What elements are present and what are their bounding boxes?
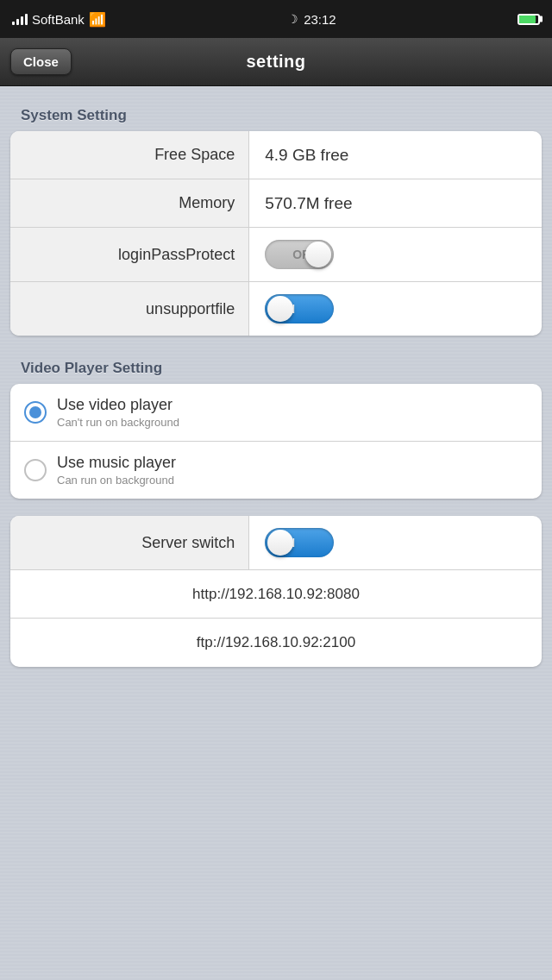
status-right: [518, 14, 540, 25]
use-video-player-sublabel: Can't run on background: [57, 416, 179, 429]
memory-value: 570.7M free: [249, 182, 542, 225]
status-left: SoftBank 📶: [12, 11, 106, 28]
memory-label: Memory: [10, 179, 249, 227]
use-video-player-label: Use video player: [57, 396, 179, 414]
server-switch-toggle-thumb: [267, 530, 293, 556]
server-settings-group: Server switch ON http://192.168.10.92:80…: [10, 516, 542, 667]
status-center: ☽ 23:12: [287, 12, 336, 27]
unsupportfile-toggle-container: ON: [249, 282, 542, 336]
login-pass-protect-label: loginPassProtect: [10, 228, 249, 281]
carrier-name: SoftBank: [32, 12, 85, 27]
use-music-player-row[interactable]: Use music player Can run on background: [10, 442, 542, 499]
nav-title: setting: [246, 52, 305, 72]
battery-fill: [519, 16, 536, 23]
free-space-row: Free Space 4.9 GB free: [10, 131, 542, 179]
moon-icon: ☽: [287, 12, 298, 26]
free-space-label: Free Space: [10, 131, 249, 179]
signal-bars: [12, 13, 28, 25]
ftp-url-row: ftp://192.168.10.92:2100: [10, 619, 542, 667]
free-space-value: 4.9 GB free: [249, 134, 542, 177]
login-pass-protect-toggle[interactable]: OFF: [265, 240, 334, 269]
use-music-player-radio[interactable]: [24, 459, 47, 481]
login-pass-protect-toggle-container: OFF: [249, 228, 542, 281]
status-time: 23:12: [304, 12, 336, 27]
unsupportfile-toggle[interactable]: ON: [265, 294, 334, 324]
nav-bar: Close setting: [0, 38, 552, 86]
use-video-player-text: Use video player Can't run on background: [57, 396, 179, 429]
ftp-url: ftp://192.168.10.92:2100: [197, 634, 355, 651]
system-setting-title: System Setting: [10, 100, 542, 131]
status-bar: SoftBank 📶 ☽ 23:12: [0, 0, 552, 38]
content: System Setting Free Space 4.9 GB free Me…: [0, 86, 552, 980]
server-switch-toggle[interactable]: ON: [265, 528, 334, 557]
wifi-icon: 📶: [89, 11, 106, 28]
close-button[interactable]: Close: [10, 48, 72, 75]
use-video-player-radio[interactable]: [24, 401, 47, 424]
server-switch-toggle-container: ON: [249, 516, 542, 569]
unsupportfile-row: unsupportfile ON: [10, 282, 542, 336]
video-player-setting-title: Video Player Setting: [10, 353, 542, 384]
server-switch-row: Server switch ON: [10, 516, 542, 570]
toggle-thumb-on: [267, 296, 293, 322]
memory-row: Memory 570.7M free: [10, 179, 542, 228]
system-settings-group: Free Space 4.9 GB free Memory 570.7M fre…: [10, 131, 542, 336]
use-music-player-text: Use music player Can run on background: [57, 454, 176, 487]
use-music-player-label: Use music player: [57, 454, 176, 472]
http-url: http://192.168.10.92:8080: [192, 586, 360, 603]
video-player-setting-group: Use video player Can't run on background…: [10, 384, 542, 499]
use-music-player-sublabel: Can run on background: [57, 474, 176, 487]
http-url-row: http://192.168.10.92:8080: [10, 570, 542, 619]
server-switch-label: Server switch: [10, 516, 249, 569]
use-video-player-row[interactable]: Use video player Can't run on background: [10, 384, 542, 442]
battery-icon: [518, 14, 540, 25]
toggle-thumb-off: [305, 242, 331, 267]
login-pass-protect-row: loginPassProtect OFF: [10, 228, 542, 282]
unsupportfile-label: unsupportfile: [10, 282, 249, 336]
